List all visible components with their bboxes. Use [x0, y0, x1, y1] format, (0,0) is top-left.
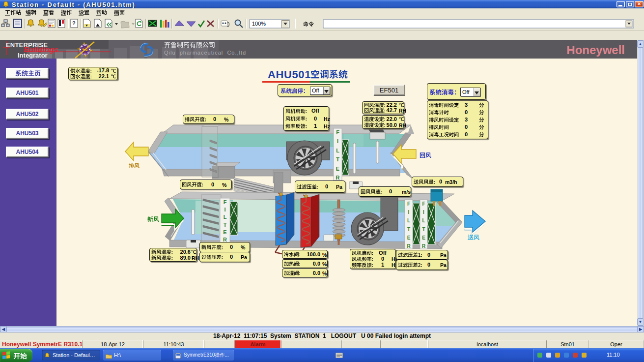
- svg-text:I: I: [408, 210, 410, 215]
- svg-text:AHU501: AHU501: [268, 68, 311, 81]
- svg-text:L: L: [336, 148, 339, 153]
- svg-text:E: E: [407, 235, 411, 241]
- svg-text:T: T: [336, 156, 339, 162]
- svg-text:L: L: [407, 218, 410, 223]
- svg-text:E: E: [336, 166, 339, 172]
- svg-text:T: T: [407, 227, 410, 232]
- svg-text:I: I: [423, 210, 424, 215]
- svg-text:I: I: [224, 207, 225, 212]
- svg-text:L: L: [224, 214, 227, 220]
- svg-text:L: L: [422, 218, 425, 223]
- svg-text:T: T: [224, 222, 227, 228]
- svg-text:T: T: [422, 227, 425, 232]
- svg-text:E: E: [223, 229, 226, 235]
- svg-text:R: R: [407, 243, 411, 249]
- svg-text:F: F: [336, 129, 339, 135]
- svg-text:I: I: [337, 138, 338, 144]
- svg-text:F: F: [407, 201, 410, 207]
- svg-text:R: R: [336, 175, 340, 181]
- svg-text:R: R: [422, 243, 426, 249]
- svg-text:E: E: [422, 235, 425, 241]
- svg-text:F: F: [422, 201, 425, 207]
- svg-text:F: F: [224, 199, 227, 205]
